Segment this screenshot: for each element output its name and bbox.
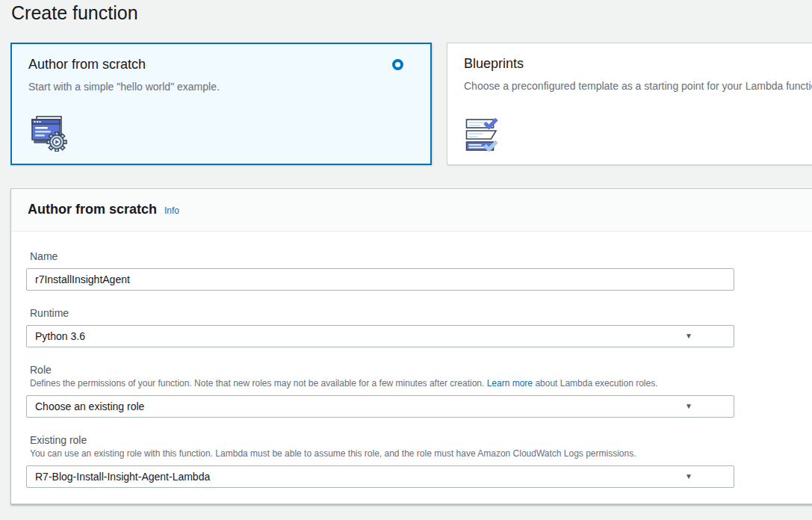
card-title: Blueprints [464,56,524,72]
field-runtime: Runtime Python 3.6 ▼ [26,307,812,347]
page-title: Create function [11,2,138,24]
existing-role-selected-value: R7-Blog-Install-Insight-Agent-Lambda [35,471,210,483]
card-description: Choose a preconfigured template as a sta… [464,80,812,92]
role-help: Defines the permissions of your function… [30,378,812,389]
existing-role-select[interactable]: R7-Blog-Install-Insight-Agent-Lambda [26,465,734,488]
role-help-text-after: about Lambda execution roles. [535,378,657,389]
card-title: Author from scratch [28,57,146,72]
panel-title: Author from scratch [28,202,157,217]
role-help-text: Defines the permissions of your function… [30,378,484,389]
window-gear-play-icon [30,114,69,155]
name-input[interactable] [26,268,734,291]
role-selected-value: Choose an existing role [35,400,144,412]
panel-body: Name Runtime Python 3.6 ▼ Role Defines t… [11,232,812,520]
runtime-selected-value: Python 3.6 [35,330,85,342]
card-blueprints[interactable]: Blueprints Choose a preconfigured templa… [447,43,812,165]
field-name: Name [26,250,812,291]
learn-more-link[interactable]: Learn more [487,378,533,389]
existing-role-label: Existing role [30,434,812,446]
creation-method-cards: Author from scratch Start with a simple … [10,43,812,165]
checklist-stack-icon [465,118,503,155]
create-function-page: Create function Author from scratch Star… [0,0,812,520]
card-description: Start with a simple "hello world" exampl… [28,81,414,93]
role-label: Role [30,364,812,376]
panel-header: Author from scratch Info [11,189,812,232]
field-role: Role Defines the permissions of your fun… [26,364,812,418]
role-select[interactable]: Choose an existing role [26,395,734,418]
field-existing-role: Existing role You can use an existing ro… [26,434,812,488]
runtime-select[interactable]: Python 3.6 [26,325,734,347]
card-author-from-scratch[interactable]: Author from scratch Start with a simple … [10,43,432,165]
radio-selected-icon[interactable] [392,59,403,70]
author-from-scratch-panel: Author from scratch Info Name Runtime Py… [10,188,812,504]
existing-role-help: You can use an existing role with this f… [30,448,812,459]
info-link[interactable]: Info [164,205,179,216]
runtime-label: Runtime [30,307,812,319]
name-label: Name [30,250,812,262]
